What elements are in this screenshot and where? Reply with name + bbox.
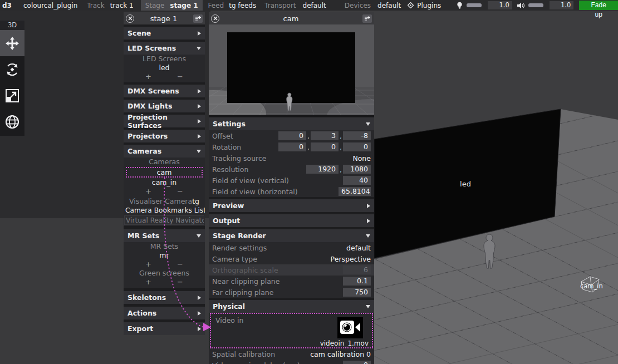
tree-item-cam-selected[interactable]: cam — [126, 167, 203, 178]
menu-stage-label[interactable]: Stage — [145, 2, 165, 9]
close-icon[interactable] — [211, 14, 219, 23]
new-editor-icon[interactable] — [193, 14, 203, 23]
vr-navigator-row[interactable]: Virtual Reality Navigator... — [124, 215, 204, 225]
section-header-actions[interactable]: Actions — [124, 307, 205, 319]
camera-type-value[interactable]: Perspective — [331, 255, 371, 263]
fov-vertical-field[interactable]: 40 — [343, 176, 371, 185]
volume-value[interactable]: 1.0 — [550, 1, 574, 9]
menu-transport-label[interactable]: Transport — [264, 2, 296, 9]
volume-icon — [517, 2, 525, 9]
tree-item-cam-in[interactable]: cam_in — [124, 178, 205, 187]
menu-track-value[interactable]: track 1 — [110, 2, 134, 9]
fade-up-button[interactable]: Fade up — [579, 1, 618, 10]
offset-z-field[interactable]: -8 — [343, 131, 371, 140]
move-tool-button[interactable] — [0, 30, 24, 56]
menu-plugins-label[interactable]: Plugins — [417, 2, 441, 9]
section-header-dmx-screens[interactable]: DMX Screens — [124, 85, 205, 97]
cam-panel-title: cam — [222, 14, 360, 23]
fov-horizontal-field[interactable]: 65.8104 — [339, 187, 371, 196]
scale-tool-button[interactable] — [0, 82, 24, 109]
tree-item-led[interactable]: led — [124, 63, 205, 72]
add-green-screen-button[interactable]: + — [145, 278, 151, 287]
menu-feed-label[interactable]: Feed — [208, 2, 224, 9]
section-header-physical[interactable]: Physical — [209, 300, 374, 313]
offset-y-field[interactable]: 3 — [311, 131, 339, 140]
resolution-label: Resolution — [212, 165, 306, 174]
brightness-value[interactable]: 1.0 — [488, 1, 512, 9]
section-header-preview[interactable]: Preview — [209, 199, 374, 212]
spatial-calibration-row: Spatial calibration cam calibration 0 — [209, 348, 374, 360]
rotation-z-field[interactable]: 0 — [343, 142, 371, 151]
section-header-mr-sets[interactable]: MR Sets — [124, 229, 205, 242]
section-header-skeletons[interactable]: Skeletons — [124, 291, 205, 304]
projection-surfaces-label: Projection Surfaces — [127, 113, 198, 130]
section-header-output[interactable]: Output — [209, 214, 374, 227]
visualiser-camera-row[interactable]: Visualiser Camera tg — [124, 196, 205, 206]
add-mr-set-button[interactable]: + — [145, 260, 151, 269]
tracking-source-value[interactable]: None — [352, 154, 371, 163]
section-header-projectors[interactable]: Projectors — [124, 130, 205, 142]
remove-led-screen-button[interactable]: − — [177, 72, 183, 81]
chevron-right-icon — [198, 134, 201, 139]
section-scene: Scene — [124, 27, 205, 40]
offset-x-field[interactable]: 0 — [278, 131, 306, 140]
offset-label: Offset — [212, 132, 278, 140]
menu-transport-value[interactable]: default — [303, 2, 326, 9]
menu-devices-label[interactable]: Devices — [345, 2, 371, 9]
new-editor-icon[interactable] — [362, 14, 372, 23]
volume-slider[interactable] — [528, 3, 543, 7]
section-header-settings[interactable]: Settings — [209, 117, 374, 130]
add-camera-button[interactable]: + — [145, 187, 151, 196]
video-thumbnail[interactable] — [337, 317, 363, 338]
orbit-tool-button[interactable] — [0, 109, 24, 135]
section-header-scene[interactable]: Scene — [124, 27, 205, 40]
resolution-height-field[interactable]: 1080 — [343, 165, 371, 174]
section-header-export[interactable]: Export — [124, 322, 205, 335]
menu-stage-selected[interactable]: Stage stage 1 — [141, 0, 203, 11]
close-icon[interactable] — [126, 14, 134, 23]
rotate-tool-button[interactable] — [0, 56, 24, 82]
stage-panel-header[interactable]: stage 1 — [124, 12, 205, 24]
video-in-field[interactable]: Video in videoin_1.mov — [210, 313, 373, 348]
spatial-calibration-label: Spatial calibration — [212, 350, 310, 358]
rotation-x-field[interactable]: 0 — [278, 142, 306, 151]
rotation-y-field[interactable]: 0 — [311, 142, 339, 151]
remove-green-screen-button[interactable]: − — [177, 278, 183, 287]
add-led-screen-button[interactable]: + — [145, 72, 151, 81]
chevron-down-icon — [197, 47, 201, 50]
camera-preview[interactable] — [209, 24, 374, 117]
scene-label: Scene — [127, 29, 151, 37]
remove-camera-button[interactable]: − — [177, 187, 183, 196]
visualiser-camera-value[interactable]: tg — [192, 197, 199, 205]
preview-label: Preview — [213, 201, 244, 210]
chevron-right-icon — [198, 296, 201, 300]
far-clip-row: Far clipping plane 750 — [209, 287, 374, 298]
menu-track-label[interactable]: Track — [87, 2, 104, 9]
menu-feed-value[interactable]: tg feeds — [229, 2, 256, 9]
section-header-led-screens[interactable]: LED Screens — [124, 42, 205, 55]
spatial-calibration-value[interactable]: cam calibration 0 — [310, 350, 371, 358]
camera-bookmarks-row[interactable]: Camera Bookmarks List... — [124, 206, 205, 215]
app-logo[interactable]: d3 — [2, 2, 12, 9]
video-delay-field[interactable]: 0 — [343, 361, 371, 364]
tree-item-mr[interactable]: mr — [124, 251, 205, 260]
rotation-label: Rotation — [212, 143, 278, 151]
chevron-right-icon — [198, 119, 201, 124]
fov-horizontal-row: Field of view (horizontal) 65.8104 — [209, 186, 374, 197]
menu-stage-value[interactable]: stage 1 — [170, 2, 198, 9]
menu-plugin-name[interactable]: colourcal_plugin — [23, 2, 77, 9]
remove-mr-set-button[interactable]: − — [177, 260, 183, 269]
section-mr-sets: MR Sets MR Sets mr + − Green screens + − — [124, 229, 205, 288]
brightness-slider[interactable] — [467, 3, 482, 7]
cam-panel-header[interactable]: cam — [209, 12, 374, 24]
menu-devices-value[interactable]: default — [377, 2, 401, 9]
far-clip-field[interactable]: 750 — [343, 288, 371, 297]
section-header-dmx-lights[interactable]: DMX Lights — [124, 100, 205, 112]
resolution-width-field[interactable]: 1920 — [306, 165, 339, 174]
video-delay-label: Video receive delay (sec) — [212, 361, 343, 364]
section-header-projection-surfaces[interactable]: Projection Surfaces — [124, 115, 205, 127]
near-clip-field[interactable]: 0.1 — [343, 277, 371, 286]
section-header-stage-render[interactable]: Stage Render — [209, 229, 374, 242]
section-header-cameras[interactable]: Cameras — [124, 145, 205, 158]
render-settings-value[interactable]: default — [346, 244, 371, 252]
